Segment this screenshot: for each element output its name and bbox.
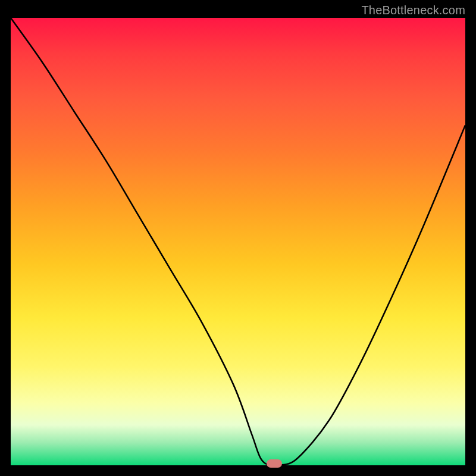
bottleneck-curve-path [11,18,465,465]
watermark-text: TheBottleneck.com [361,4,465,17]
chart-container: TheBottleneck.com [0,0,476,476]
plot-area [11,18,465,465]
minimum-marker [267,459,282,468]
curve-svg [11,18,465,465]
